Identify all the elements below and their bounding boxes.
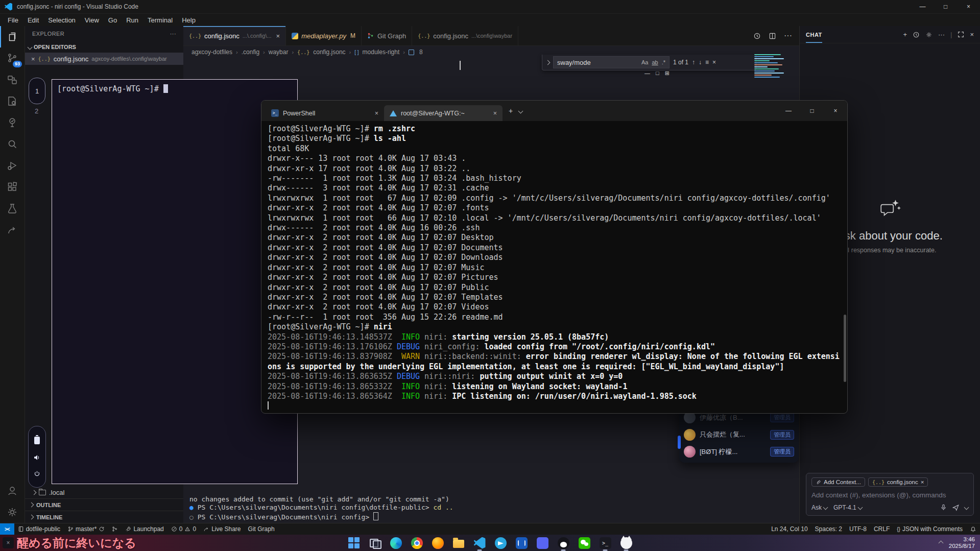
file-explorer-button[interactable] bbox=[452, 537, 465, 549]
toggle-replace-icon[interactable] bbox=[545, 60, 551, 65]
explorer-icon[interactable] bbox=[0, 26, 25, 47]
add-context-button[interactable]: Add Context... bbox=[811, 477, 865, 487]
taskbar-corner-icon[interactable]: × bbox=[3, 537, 14, 548]
close-icon[interactable]: × bbox=[276, 32, 280, 40]
volume-icon[interactable] bbox=[34, 454, 41, 461]
git-graph-status-icon[interactable] bbox=[108, 523, 122, 535]
accounts-icon[interactable] bbox=[0, 480, 25, 501]
regex-toggle[interactable]: .* bbox=[662, 59, 665, 65]
close-tab-icon[interactable]: × bbox=[493, 110, 497, 117]
terminal-button[interactable]: >_ bbox=[599, 537, 612, 549]
git-graph-status-item[interactable]: Git Graph bbox=[245, 523, 278, 535]
run-config-icon[interactable] bbox=[0, 90, 25, 112]
menu-edit[interactable]: Edit bbox=[23, 15, 43, 25]
minimap[interactable] bbox=[754, 54, 788, 79]
testing-beaker-icon[interactable] bbox=[0, 198, 25, 219]
tab-dropdown-icon[interactable] bbox=[518, 108, 523, 113]
niri-workspace-2[interactable]: 2 bbox=[29, 107, 44, 115]
sidebar-more-icon[interactable]: ··· bbox=[170, 31, 176, 37]
problems-status-item[interactable]: 0 0 bbox=[168, 523, 200, 535]
niri-cat-button[interactable] bbox=[620, 537, 633, 549]
breadcrumb-item[interactable]: modules-right bbox=[363, 49, 400, 56]
breadcrumb-item[interactable]: config.jsonc bbox=[313, 49, 345, 56]
terminal-tab-powershell[interactable]: >_ PowerShell × bbox=[266, 105, 384, 121]
notifications-bell-icon[interactable] bbox=[966, 526, 980, 533]
open-editors-header[interactable]: OPEN EDITORS bbox=[25, 41, 183, 53]
send-icon[interactable] bbox=[952, 504, 960, 511]
niri-workspace-1[interactable]: 1 bbox=[29, 78, 45, 104]
taskbar-clock[interactable]: 3:46 2025/8/17 bbox=[949, 536, 975, 549]
discord-button[interactable] bbox=[536, 537, 549, 549]
find-input[interactable]: sway/mode Aa ab .* bbox=[553, 56, 670, 68]
winit-maximize-icon[interactable]: □ bbox=[656, 70, 659, 77]
terminal-maximize-button[interactable]: □ bbox=[800, 101, 824, 121]
live-share-status-item[interactable]: Live Share bbox=[200, 523, 244, 535]
close-icon[interactable]: × bbox=[31, 55, 35, 63]
integrated-terminal-lines[interactable]: no changes added to commit (use "git add… bbox=[189, 495, 453, 522]
power-icon[interactable] bbox=[34, 470, 40, 477]
chat-input-placeholder[interactable]: Add context (#), extensions (@), command… bbox=[811, 491, 968, 499]
menu-view[interactable]: View bbox=[80, 15, 104, 25]
settings-gear-icon[interactable] bbox=[0, 501, 25, 523]
vscode-button[interactable] bbox=[473, 537, 486, 549]
menu-selection[interactable]: Selection bbox=[43, 15, 80, 25]
task-view-button[interactable] bbox=[369, 537, 381, 549]
tray-expand-icon[interactable] bbox=[938, 540, 943, 545]
find-in-selection-icon[interactable]: ≡ bbox=[705, 59, 709, 66]
timeline-section[interactable]: TIMELINE bbox=[25, 511, 183, 523]
branch-status-item[interactable]: master* bbox=[64, 523, 108, 535]
encoding-item[interactable]: UTF-8 bbox=[846, 525, 870, 533]
terminal-scrollbar[interactable] bbox=[844, 315, 846, 382]
breadcrumb-item[interactable]: .config bbox=[242, 49, 259, 56]
context-chip-config-jsonc[interactable]: {..} config.jsonc × bbox=[868, 477, 928, 487]
open-editor-item[interactable]: × {..} config.jsonc agxcoy-dotfiles\.con… bbox=[25, 53, 183, 65]
split-editor-icon[interactable] bbox=[769, 32, 776, 40]
language-mode-item[interactable]: {} JSON with Comments bbox=[893, 525, 966, 533]
match-case-toggle[interactable]: Aa bbox=[641, 59, 648, 65]
references-icon[interactable] bbox=[0, 69, 25, 90]
chevron-down-icon[interactable] bbox=[964, 505, 969, 510]
find-close-icon[interactable]: × bbox=[712, 59, 716, 66]
tab-git-graph[interactable]: Git Graph bbox=[362, 26, 412, 45]
start-button[interactable] bbox=[348, 537, 361, 549]
winit-minimize-icon[interactable]: — bbox=[644, 70, 650, 77]
remove-context-icon[interactable]: × bbox=[921, 479, 924, 485]
terminal-close-button[interactable]: × bbox=[824, 101, 847, 121]
wechat-button[interactable] bbox=[578, 537, 591, 549]
new-tab-icon[interactable]: + bbox=[509, 107, 513, 115]
menu-terminal[interactable]: Terminal bbox=[143, 15, 177, 25]
terminal-tab-wsl[interactable]: root@SilverAg-WTG:~ × bbox=[384, 105, 503, 121]
more-actions-icon[interactable]: ··· bbox=[784, 31, 792, 40]
close-tab-icon[interactable]: × bbox=[375, 110, 378, 117]
chrome-button[interactable] bbox=[411, 537, 423, 549]
outline-section[interactable]: OUTLINE bbox=[25, 498, 183, 511]
winit-restore-icon[interactable]: ⊞ bbox=[665, 70, 670, 77]
search-icon[interactable] bbox=[0, 133, 25, 155]
breadcrumb-item[interactable]: waybar bbox=[269, 49, 289, 56]
breadcrumb-item[interactable]: agxcoy-dotfiles bbox=[192, 49, 232, 56]
word-button[interactable] bbox=[515, 537, 528, 549]
tab-config-jsonc-2[interactable]: {..} config.jsonc ...\config\waybar bbox=[412, 26, 518, 45]
launchpad-status-item[interactable]: Launchpad bbox=[122, 523, 167, 535]
timeline-history-icon[interactable] bbox=[753, 32, 761, 40]
tree-item-local[interactable]: .local bbox=[25, 486, 183, 498]
menu-file[interactable]: File bbox=[3, 15, 23, 25]
menu-run[interactable]: Run bbox=[122, 15, 143, 25]
chat-input-box[interactable]: Add Context... {..} config.jsonc × Add c… bbox=[806, 473, 974, 516]
live-share-icon[interactable] bbox=[0, 219, 25, 241]
menu-go[interactable]: Go bbox=[104, 15, 122, 25]
indentation-item[interactable]: Spaces: 2 bbox=[811, 525, 846, 533]
cursor-position-item[interactable]: Ln 24, Col 10 bbox=[768, 525, 811, 533]
terminal-titlebar[interactable]: >_ PowerShell × root@SilverAg-WTG:~ × + … bbox=[261, 101, 847, 121]
tab-mediaplayer-py[interactable]: mediaplayer.py M bbox=[286, 26, 362, 45]
whole-word-toggle[interactable]: ab bbox=[652, 59, 658, 65]
todo-tree-icon[interactable] bbox=[0, 112, 25, 133]
source-control-icon[interactable]: 93 bbox=[0, 47, 25, 69]
extensions-icon[interactable] bbox=[0, 176, 25, 198]
breadcrumb-item[interactable]: 8 bbox=[419, 49, 423, 56]
repo-status-item[interactable]: dotfile-public bbox=[14, 523, 64, 535]
find-next-icon[interactable]: ↓ bbox=[699, 59, 702, 66]
find-previous-icon[interactable]: ↑ bbox=[692, 59, 695, 66]
qq-button[interactable] bbox=[557, 537, 570, 549]
telegram-button[interactable] bbox=[494, 537, 507, 549]
